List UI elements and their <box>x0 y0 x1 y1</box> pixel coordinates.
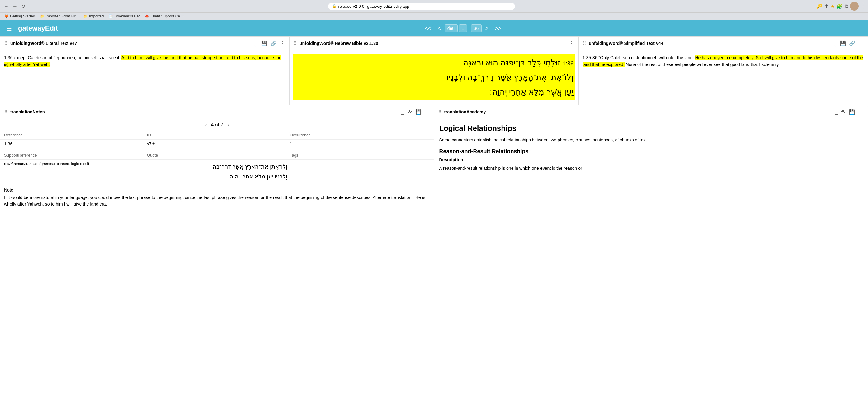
tn-save-button[interactable]: 💾 <box>415 108 422 116</box>
profile-avatar[interactable] <box>850 2 859 10</box>
browser-nav-buttons: ← → ↻ <box>2 3 27 10</box>
book-select[interactable]: deu <box>444 24 458 32</box>
address-bar[interactable]: 🔒 release-v2-0-0--gateway-edit.netlify.a… <box>328 3 515 10</box>
bookmark-getting-started[interactable]: 🦊 Getting Started <box>2 13 37 19</box>
tn-page-info: 4 of 7 <box>211 122 223 128</box>
puzzle-icon[interactable]: 🧩 <box>837 3 843 9</box>
ust-panel: ⠿ unfoldingWord® Simplified Text v44 _ 💾… <box>579 36 868 105</box>
tn-val-occurrence: 1 <box>290 141 430 146</box>
main-content: ⠿ unfoldingWord® Literal Text v47 _ 💾 🔗 … <box>0 36 868 413</box>
nav-separator: : <box>468 25 470 32</box>
tn-next-button[interactable]: › <box>227 121 229 128</box>
tn-support-ref-value: rc://*/ta/man/translate/grammar-connect-… <box>4 161 145 182</box>
ult-save-button[interactable]: 💾 <box>260 40 268 47</box>
verse-select[interactable]: 36 <box>471 24 482 32</box>
tn-note-text: If it would be more natural in your lang… <box>4 194 430 207</box>
key-icon: 🔑 <box>816 3 823 9</box>
uhb-ref: 1:36 <box>563 60 574 67</box>
uhb-panel-title: unfoldingWord® Hebrew Bible v2.1.30 <box>300 41 566 46</box>
ta-panel-title: translationAcademy <box>444 109 832 115</box>
ta-description-label: Description <box>439 157 863 162</box>
ult-after-highlight: ' <box>50 62 51 67</box>
top-panels-row: ⠿ unfoldingWord® Literal Text v47 _ 💾 🔗 … <box>0 36 868 105</box>
tn-col-tags: Tags <box>290 153 430 157</box>
tn-pagination-row: ‹ 4 of 7 › <box>0 119 434 131</box>
firefox-icon: 🦊 <box>4 14 9 19</box>
bookmarks-bar: 🦊 Getting Started 📁 Imported From Fir...… <box>0 12 868 20</box>
tn-col-reference: Reference <box>4 133 145 137</box>
tn-divider <box>0 149 434 150</box>
tn-drag-handle: ⠿ <box>4 109 8 115</box>
lock-icon: 🔒 <box>332 4 337 8</box>
tn-table-header: Reference ID Occurrence <box>0 131 434 140</box>
ta-more-button[interactable]: ⋮ <box>858 108 864 116</box>
tn-panel-header: ⠿ translationNotes _ 👁 💾 ⋮ <box>0 105 434 119</box>
split-icon[interactable]: ⧉ <box>845 3 848 9</box>
ust-more-button[interactable]: ⋮ <box>858 40 864 47</box>
uhb-line2: וְלוֹ־אֶתֵּן אֶת־הָאָרֶץ אֲשֶׁר דָּרַךְ־… <box>446 72 574 82</box>
ust-panel-header: ⠿ unfoldingWord® Simplified Text v44 _ 💾… <box>579 37 868 51</box>
tn-tags-value <box>290 161 430 182</box>
ust-save-button[interactable]: 💾 <box>839 40 846 47</box>
tn-eye-button[interactable]: 👁 <box>407 109 413 116</box>
hamburger-button[interactable]: ☰ <box>5 23 13 33</box>
ust-drag-handle: ⠿ <box>583 40 586 47</box>
ult-panel: ⠿ unfoldingWord® Literal Text v47 _ 💾 🔗 … <box>0 36 289 105</box>
share-icon: ⬆ <box>825 3 829 9</box>
chapter-selector-group: 1 <box>459 24 467 32</box>
ult-panel-header: ⠿ unfoldingWord® Literal Text v47 _ 💾 🔗 … <box>0 37 289 51</box>
ta-save-button[interactable]: 💾 <box>848 108 856 116</box>
nav-next-button[interactable]: > <box>483 24 491 33</box>
ult-minimize-button[interactable]: _ <box>255 40 259 47</box>
bookmark-client-support[interactable]: 🍁 Client Support Ce... <box>143 13 185 19</box>
nav-prev-button[interactable]: < <box>435 24 443 33</box>
ta-eye-button[interactable]: 👁 <box>840 109 846 116</box>
bookmark-label: Imported From Fir... <box>46 14 79 19</box>
ust-panel-title: unfoldingWord® Simplified Text v44 <box>589 41 831 46</box>
tn-minimize-button[interactable]: _ <box>401 109 405 116</box>
chapter-select[interactable]: 1 <box>459 24 467 32</box>
tn-val-reference: 1:36 <box>4 141 145 146</box>
back-button[interactable]: ← <box>2 3 10 10</box>
bookmark-imported-from-fir[interactable]: 📁 Imported From Fir... <box>38 13 80 19</box>
refresh-button[interactable]: ↻ <box>20 3 27 10</box>
bookmark-imported[interactable]: 📁 Imported <box>82 13 105 19</box>
ust-link-button[interactable]: 🔗 <box>848 40 856 47</box>
star-icon[interactable]: ★ <box>830 3 835 9</box>
ta-minimize-button[interactable]: _ <box>834 109 838 116</box>
nav-last-button[interactable]: >> <box>492 24 504 33</box>
tn-quote-line1: וְלוֹ־אֶתֵּן אֶת־הָאָרֶץ אֲשֶׁר דָּרַךְ־… <box>147 161 287 172</box>
tn-panel: ⠿ translationNotes _ 👁 💾 ⋮ ‹ 4 of 7 › Re… <box>0 105 434 413</box>
tn-more-button[interactable]: ⋮ <box>424 108 430 116</box>
tn-col-quote: Quote <box>147 153 287 157</box>
bottom-panels-row: ⠿ translationNotes _ 👁 💾 ⋮ ‹ 4 of 7 › Re… <box>0 105 868 413</box>
tn-note-section: Note If it would be more natural in your… <box>0 184 434 211</box>
tn-prev-button[interactable]: ‹ <box>205 121 207 128</box>
tn-support-header: SupportReference Quote Tags <box>0 151 434 160</box>
ult-panel-title: unfoldingWord® Literal Text v47 <box>10 41 252 46</box>
nav-first-button[interactable]: << <box>422 24 434 33</box>
ta-description-text: A reason-and-result relationship is one … <box>439 165 863 172</box>
ust-panel-content: 1:35-36 "Only Caleb son of Jephunneh wil… <box>579 51 868 105</box>
tn-col-id: ID <box>147 133 287 137</box>
ult-panel-controls: _ 💾 🔗 ⋮ <box>255 40 285 47</box>
ult-link-button[interactable]: 🔗 <box>270 40 277 47</box>
menu-icon[interactable]: ⋮ <box>861 3 866 9</box>
forward-button[interactable]: → <box>11 3 19 10</box>
ta-panel: ⠿ translationAcademy _ 👁 💾 ⋮ Logical Rel… <box>434 105 868 413</box>
uhb-text-block: 1:36 זוּלָתִי כָּלֵב בֶּן־יְפֻנֶּה הוּא … <box>293 54 575 100</box>
uhb-more-button[interactable]: ⋮ <box>568 40 575 47</box>
bookmark-label: Getting Started <box>10 14 35 19</box>
uhb-panel-header: ⠿ unfoldingWord® Hebrew Bible v2.1.30 ⋮ <box>289 37 579 51</box>
bookmark-bookmarks-bar[interactable]: 📑 Bookmarks Bar <box>107 13 142 19</box>
ult-panel-content: 1:36 except Caleb son of Jephunneh; he h… <box>0 51 289 105</box>
ta-subtitle: Reason-and-Result Relationships <box>439 148 863 155</box>
bookmarks-icon: 📑 <box>108 14 113 19</box>
ta-drag-handle: ⠿ <box>438 109 442 115</box>
ust-minimize-button[interactable]: _ <box>833 40 837 47</box>
ta-panel-controls: _ 👁 💾 ⋮ <box>834 108 864 116</box>
ult-more-button[interactable]: ⋮ <box>279 40 285 47</box>
ust-before-highlight: 1:35-36 "Only Caleb son of Jephunneh wil… <box>583 55 695 60</box>
verse-selector-group: 36 <box>471 24 482 32</box>
tn-col-support-ref: SupportReference <box>4 153 145 157</box>
